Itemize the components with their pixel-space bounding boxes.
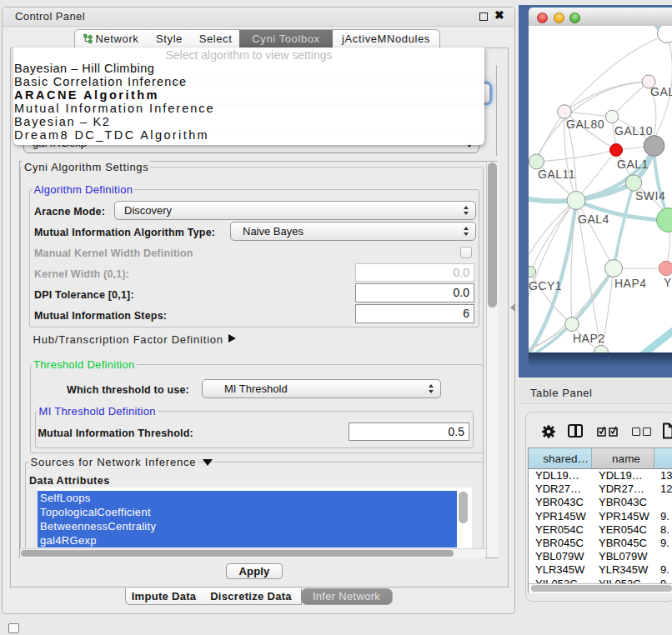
svg-text:GAL11: GAL11	[538, 168, 575, 181]
svg-text:HAP2: HAP2	[573, 332, 605, 345]
svg-text:GAL80: GAL80	[566, 118, 604, 131]
svg-text:GAL1: GAL1	[617, 158, 649, 171]
svg-text:GAL4: GAL4	[578, 212, 609, 226]
svg-text:GAL2: GAL2	[650, 85, 672, 98]
svg-text:SWI4: SWI4	[635, 189, 665, 202]
svg-text:GCY1: GCY1	[529, 279, 562, 292]
svg-text:HAP4: HAP4	[614, 277, 647, 290]
svg-text:GAL10: GAL10	[614, 124, 653, 138]
svg-text:YD: YD	[664, 276, 672, 289]
